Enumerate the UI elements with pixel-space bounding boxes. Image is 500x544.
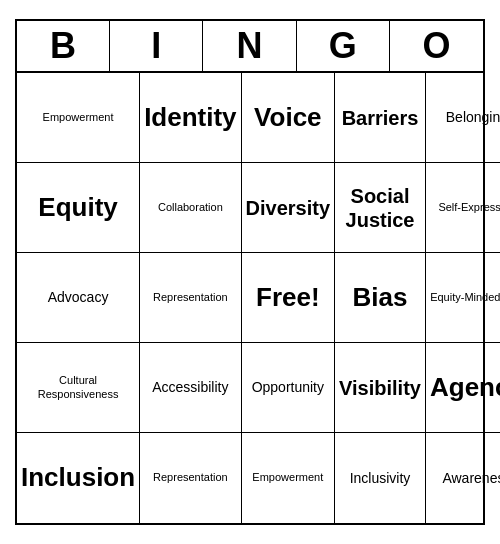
bingo-cell: Representation bbox=[140, 433, 241, 523]
bingo-cell: Equity-Mindedness bbox=[426, 253, 500, 343]
cell-text: Visibility bbox=[339, 376, 421, 400]
cell-text: Identity bbox=[144, 102, 236, 133]
bingo-cell: Awareness bbox=[426, 433, 500, 523]
bingo-cell: Opportunity bbox=[242, 343, 336, 433]
cell-text: Inclusivity bbox=[350, 470, 411, 487]
bingo-cell: Cultural Responsiveness bbox=[17, 343, 140, 433]
cell-text: Self-Expression bbox=[438, 201, 500, 214]
bingo-header: BINGO bbox=[17, 21, 483, 73]
cell-text: Cultural Responsiveness bbox=[21, 374, 135, 400]
header-letter: B bbox=[17, 21, 110, 71]
header-letter: N bbox=[203, 21, 296, 71]
bingo-cell: Empowerment bbox=[242, 433, 336, 523]
bingo-cell: Voice bbox=[242, 73, 336, 163]
cell-text: Opportunity bbox=[252, 379, 324, 396]
bingo-cell: Representation bbox=[140, 253, 241, 343]
bingo-cell: Inclusion bbox=[17, 433, 140, 523]
cell-text: Empowerment bbox=[43, 111, 114, 124]
bingo-cell: Social Justice bbox=[335, 163, 426, 253]
cell-text: Diversity bbox=[246, 196, 331, 220]
header-letter: G bbox=[297, 21, 390, 71]
bingo-cell: Identity bbox=[140, 73, 241, 163]
bingo-cell: Barriers bbox=[335, 73, 426, 163]
bingo-cell: Belonging bbox=[426, 73, 500, 163]
cell-text: Equity bbox=[38, 192, 117, 223]
bingo-cell: Collaboration bbox=[140, 163, 241, 253]
bingo-grid: EmpowermentIdentityVoiceBarriersBelongin… bbox=[17, 73, 483, 523]
cell-text: Empowerment bbox=[252, 471, 323, 484]
cell-text: Barriers bbox=[342, 106, 419, 130]
cell-text: Representation bbox=[153, 291, 228, 304]
cell-text: Advocacy bbox=[48, 289, 109, 306]
bingo-cell: Visibility bbox=[335, 343, 426, 433]
bingo-card: BINGO EmpowermentIdentityVoiceBarriersBe… bbox=[15, 19, 485, 525]
header-letter: I bbox=[110, 21, 203, 71]
bingo-cell: Accessibility bbox=[140, 343, 241, 433]
cell-text: Equity-Mindedness bbox=[430, 291, 500, 304]
cell-text: Awareness bbox=[442, 470, 500, 487]
bingo-cell: Free! bbox=[242, 253, 336, 343]
bingo-cell: Diversity bbox=[242, 163, 336, 253]
cell-text: Representation bbox=[153, 471, 228, 484]
bingo-cell: Bias bbox=[335, 253, 426, 343]
cell-text: Inclusion bbox=[21, 462, 135, 493]
bingo-cell: Agency bbox=[426, 343, 500, 433]
bingo-cell: Advocacy bbox=[17, 253, 140, 343]
cell-text: Free! bbox=[256, 282, 320, 313]
cell-text: Collaboration bbox=[158, 201, 223, 214]
cell-text: Agency bbox=[430, 372, 500, 403]
bingo-cell: Empowerment bbox=[17, 73, 140, 163]
cell-text: Accessibility bbox=[152, 379, 228, 396]
bingo-cell: Inclusivity bbox=[335, 433, 426, 523]
bingo-cell: Equity bbox=[17, 163, 140, 253]
cell-text: Social Justice bbox=[339, 184, 421, 232]
cell-text: Belonging bbox=[446, 109, 500, 126]
bingo-cell: Self-Expression bbox=[426, 163, 500, 253]
header-letter: O bbox=[390, 21, 483, 71]
cell-text: Bias bbox=[353, 282, 408, 313]
cell-text: Voice bbox=[254, 102, 321, 133]
